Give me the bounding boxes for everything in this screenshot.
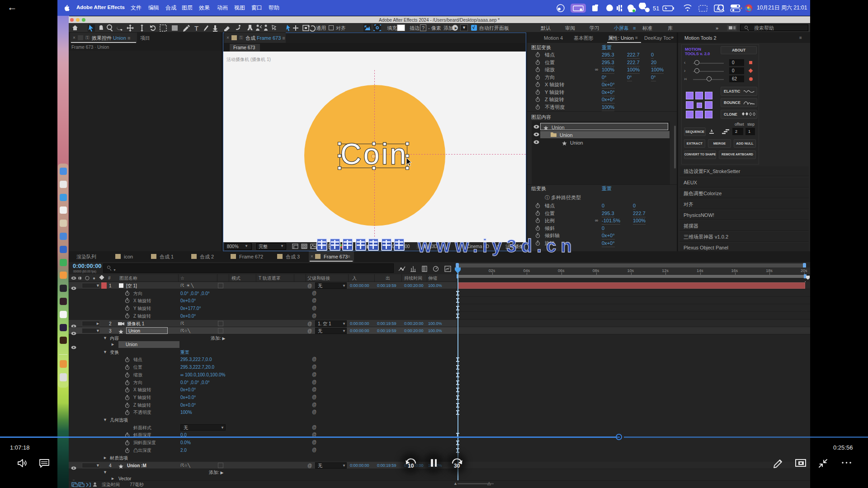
- svg-text:30: 30: [454, 463, 460, 469]
- svg-text:T: T: [194, 24, 198, 32]
- svg-text:51: 51: [653, 5, 659, 12]
- svg-text:10: 10: [408, 463, 414, 469]
